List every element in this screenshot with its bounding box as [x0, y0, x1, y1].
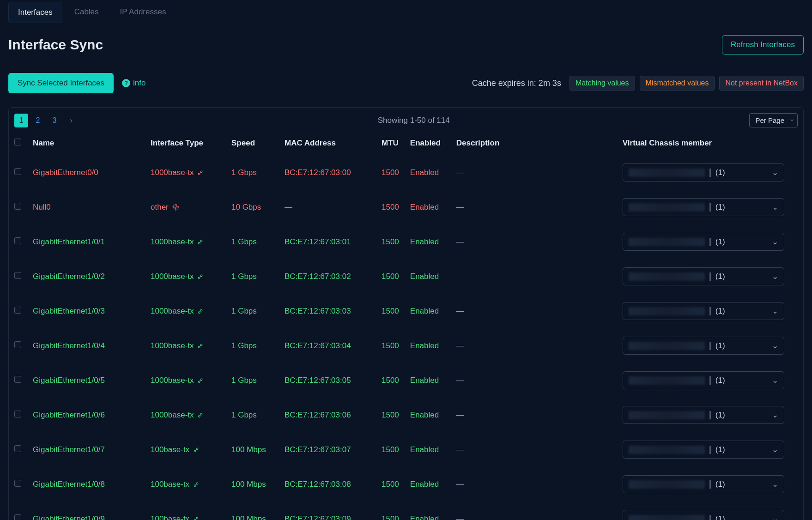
- link-icon: ⚯: [192, 514, 201, 520]
- cell-name[interactable]: GigabitEthernet0/0: [27, 155, 145, 190]
- col-mtu[interactable]: MTU: [376, 134, 405, 155]
- col-vc[interactable]: Virtual Chassis member: [617, 134, 803, 155]
- vc-dropdown[interactable]: (1)⌄: [623, 302, 784, 320]
- cell-desc: —: [451, 294, 617, 328]
- info-link[interactable]: ? info: [122, 79, 145, 88]
- question-icon: ?: [122, 79, 130, 87]
- cell-name[interactable]: GigabitEthernet1/0/4: [27, 328, 145, 363]
- col-enabled[interactable]: Enabled: [405, 134, 451, 155]
- col-type[interactable]: Interface Type: [145, 134, 226, 155]
- cell-name[interactable]: GigabitEthernet1/0/9: [27, 502, 145, 520]
- cache-expires-text: Cache expires in: 2m 3s: [472, 79, 561, 88]
- row-checkbox[interactable]: [14, 203, 21, 210]
- cell-enabled: Enabled: [405, 328, 451, 363]
- row-checkbox[interactable]: [14, 272, 21, 279]
- table-row: GigabitEthernet1/0/41000base-tx ⚯1 GbpsB…: [9, 328, 803, 363]
- row-checkbox[interactable]: [14, 168, 21, 175]
- cell-name[interactable]: GigabitEthernet1/0/7: [27, 432, 145, 467]
- row-checkbox[interactable]: [14, 514, 21, 520]
- vc-dropdown[interactable]: (1)⌄: [623, 233, 784, 251]
- cell-mtu: 1500: [376, 190, 405, 224]
- cell-vc: (1)⌄: [617, 328, 803, 363]
- tab-ip-addresses[interactable]: IP Addresses: [111, 2, 176, 23]
- table-row: GigabitEthernet1/0/7100base-tx ⚯100 Mbps…: [9, 432, 803, 467]
- cell-desc: —: [451, 224, 617, 259]
- col-desc[interactable]: Description: [451, 134, 617, 155]
- vc-dropdown[interactable]: (1)⌄: [623, 371, 784, 389]
- vc-member-name-redacted: [629, 307, 705, 315]
- vc-dropdown[interactable]: (1)⌄: [623, 441, 784, 459]
- next-page-button[interactable]: ›: [64, 114, 78, 127]
- row-checkbox[interactable]: [14, 237, 21, 244]
- vc-dropdown[interactable]: (1)⌄: [623, 510, 784, 520]
- tab-interfaces[interactable]: Interfaces: [8, 2, 62, 23]
- chevron-down-icon: ⌄: [772, 514, 778, 520]
- link-icon: ⚯: [196, 341, 205, 351]
- vc-count: (1): [715, 411, 725, 420]
- cell-speed: 100 Mbps: [226, 432, 279, 467]
- cell-name[interactable]: GigabitEthernet1/0/2: [27, 259, 145, 294]
- table-row: Null0other ⛓︎10 Gbps—1500Enabled—(1)⌄: [9, 190, 803, 224]
- chevron-down-icon: ⌄: [772, 306, 778, 316]
- cell-mac: BC:E7:12:67:03:08: [279, 467, 376, 502]
- cell-type: 1000base-tx ⚯: [145, 155, 226, 190]
- cell-vc: (1)⌄: [617, 432, 803, 467]
- cell-mtu: 1500: [376, 155, 405, 190]
- cell-mac: BC:E7:12:67:03:09: [279, 502, 376, 520]
- col-mac[interactable]: MAC Address: [279, 134, 376, 155]
- vc-divider: [709, 376, 711, 385]
- row-checkbox[interactable]: [14, 411, 21, 417]
- tabs: InterfacesCablesIP Addresses: [8, 0, 804, 23]
- cell-type: 100base-tx ⚯: [145, 502, 226, 520]
- vc-member-name-redacted: [629, 342, 705, 350]
- vc-count: (1): [715, 514, 725, 520]
- tab-cables[interactable]: Cables: [65, 2, 108, 23]
- table-row: GigabitEthernet1/0/21000base-tx ⚯1 GbpsB…: [9, 259, 803, 294]
- cell-name[interactable]: GigabitEthernet1/0/8: [27, 467, 145, 502]
- vc-dropdown[interactable]: (1)⌄: [623, 163, 784, 181]
- cell-name[interactable]: GigabitEthernet1/0/1: [27, 224, 145, 259]
- page-1[interactable]: 1: [14, 114, 28, 127]
- cell-type: 100base-tx ⚯: [145, 432, 226, 467]
- cell-name[interactable]: GigabitEthernet1/0/3: [27, 294, 145, 328]
- vc-divider: [709, 307, 711, 315]
- cell-mac: —: [279, 190, 376, 224]
- vc-dropdown[interactable]: (1)⌄: [623, 267, 784, 285]
- col-name[interactable]: Name: [27, 134, 145, 155]
- col-speed[interactable]: Speed: [226, 134, 279, 155]
- cell-type: 100base-tx ⚯: [145, 467, 226, 502]
- vc-dropdown[interactable]: (1)⌄: [623, 406, 784, 424]
- cell-enabled: Enabled: [405, 294, 451, 328]
- cell-mtu: 1500: [376, 432, 405, 467]
- vc-dropdown[interactable]: (1)⌄: [623, 198, 784, 216]
- row-checkbox[interactable]: [14, 307, 21, 314]
- per-page-select[interactable]: Per Page: [749, 113, 798, 127]
- cell-name[interactable]: Null0: [27, 190, 145, 224]
- row-checkbox[interactable]: [14, 480, 21, 487]
- row-checkbox[interactable]: [14, 341, 21, 348]
- vc-dropdown[interactable]: (1)⌄: [623, 475, 784, 493]
- link-icon: ⚯: [196, 237, 205, 247]
- sync-selected-button[interactable]: Sync Selected Interfaces: [8, 73, 114, 93]
- link-icon: ⚯: [196, 411, 205, 420]
- cell-name[interactable]: GigabitEthernet1/0/6: [27, 398, 145, 432]
- vc-count: (1): [715, 341, 725, 351]
- link-icon: ⚯: [192, 480, 201, 489]
- cell-speed: 1 Gbps: [226, 294, 279, 328]
- vc-member-name-redacted: [629, 411, 705, 419]
- page-3[interactable]: 3: [48, 114, 61, 127]
- cell-name[interactable]: GigabitEthernet1/0/5: [27, 363, 145, 398]
- row-checkbox[interactable]: [14, 445, 21, 452]
- row-checkbox[interactable]: [14, 376, 21, 383]
- cell-desc: —: [451, 398, 617, 432]
- refresh-interfaces-button[interactable]: Refresh Interfaces: [722, 35, 804, 54]
- select-all-checkbox[interactable]: [14, 139, 21, 145]
- vc-dropdown[interactable]: (1)⌄: [623, 337, 784, 355]
- legend-notpresent: Not present in NetBox: [719, 76, 804, 91]
- cell-mtu: 1500: [376, 224, 405, 259]
- cell-speed: 1 Gbps: [226, 328, 279, 363]
- cell-speed: 100 Mbps: [226, 467, 279, 502]
- cell-vc: (1)⌄: [617, 155, 803, 190]
- page-2[interactable]: 2: [31, 114, 45, 127]
- cell-mac: BC:E7:12:67:03:05: [279, 363, 376, 398]
